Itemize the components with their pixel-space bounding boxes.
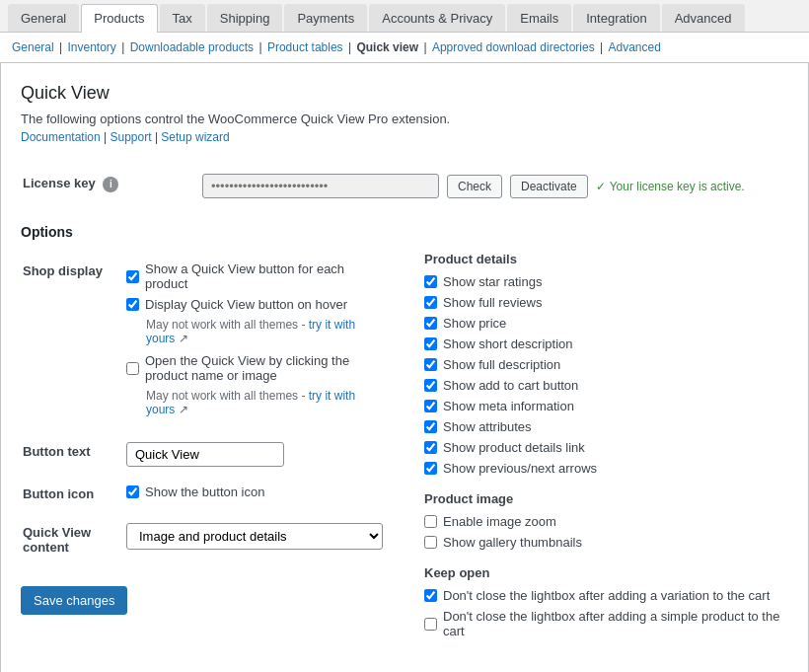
- subnav-quick-view[interactable]: Quick view: [356, 40, 418, 54]
- two-column-layout: Shop display Show a Quick View button fo…: [21, 252, 788, 654]
- deactivate-button[interactable]: Deactivate: [510, 175, 588, 198]
- subnav-approved-dirs[interactable]: Approved download directories: [432, 40, 595, 54]
- show-star-ratings-checkbox[interactable]: [424, 275, 437, 288]
- show-add-to-cart-text: Show add to cart button: [443, 378, 578, 393]
- show-full-reviews-label[interactable]: Show full reviews: [424, 295, 788, 310]
- tab-advanced[interactable]: Advanced: [662, 4, 745, 32]
- subnav-inventory[interactable]: Inventory: [68, 40, 116, 54]
- show-price-label[interactable]: Show price: [424, 316, 788, 331]
- open-by-clicking-label[interactable]: Open the Quick View by clicking the prod…: [126, 353, 383, 383]
- license-active-message: ✓ Your license key is active.: [596, 180, 745, 193]
- show-short-description-checkbox[interactable]: [424, 337, 437, 350]
- dont-close-variation-checkbox[interactable]: [424, 589, 437, 602]
- show-product-details-link-label[interactable]: Show product details link: [424, 440, 788, 455]
- show-full-reviews-checkbox[interactable]: [424, 296, 437, 309]
- setup-wizard-link[interactable]: Setup wizard: [161, 130, 229, 144]
- show-price-checkbox[interactable]: [424, 317, 437, 330]
- show-full-description-label[interactable]: Show full description: [424, 357, 788, 372]
- show-gallery-thumbnails-label[interactable]: Show gallery thumbnails: [424, 535, 788, 550]
- product-image-title: Product image: [424, 491, 788, 506]
- show-full-reviews-text: Show full reviews: [443, 295, 542, 310]
- show-button-icon-label[interactable]: Show the button icon: [126, 485, 383, 499]
- show-quick-view-button-label[interactable]: Show a Quick View button for each produc…: [126, 261, 383, 291]
- sub-nav: General | Inventory | Downloadable produ…: [0, 33, 809, 63]
- tab-bar: General Products Tax Shipping Payments A…: [0, 0, 809, 33]
- tab-integration[interactable]: Integration: [573, 4, 659, 32]
- tab-products[interactable]: Products: [81, 4, 157, 33]
- show-short-description-label[interactable]: Show short description: [424, 336, 788, 351]
- support-link[interactable]: Support: [110, 130, 152, 144]
- save-changes-button[interactable]: Save changes: [21, 586, 127, 615]
- show-button-icon-checkbox[interactable]: [126, 485, 139, 498]
- tab-payments[interactable]: Payments: [284, 4, 367, 32]
- license-row: Check Deactivate ✓ Your license key is a…: [202, 174, 786, 198]
- info-icon[interactable]: i: [103, 177, 118, 192]
- show-star-ratings-text: Show star ratings: [443, 274, 542, 289]
- open-by-clicking-text: Open the Quick View by clicking the prod…: [145, 353, 383, 383]
- dont-close-simple-label[interactable]: Don't close the lightbox after adding a …: [424, 609, 788, 638]
- dont-close-variation-label[interactable]: Don't close the lightbox after adding a …: [424, 588, 788, 603]
- button-icon-label: Button icon: [23, 477, 124, 513]
- page-links: Documentation | Support | Setup wizard: [21, 130, 788, 144]
- documentation-link[interactable]: Documentation: [21, 130, 101, 144]
- check-button[interactable]: Check: [447, 175, 502, 198]
- show-attributes-text: Show attributes: [443, 419, 532, 434]
- keep-open-group: Keep open Don't close the lightbox after…: [424, 565, 788, 638]
- show-meta-information-checkbox[interactable]: [424, 400, 437, 412]
- show-quick-view-button-checkbox[interactable]: [126, 270, 139, 283]
- show-add-to-cart-checkbox[interactable]: [424, 379, 437, 392]
- subnav-downloadable[interactable]: Downloadable products: [130, 40, 254, 54]
- show-gallery-thumbnails-checkbox[interactable]: [424, 536, 437, 549]
- display-on-hover-text: Display Quick View button on hover: [145, 297, 347, 312]
- show-add-to-cart-label[interactable]: Show add to cart button: [424, 378, 788, 393]
- show-star-ratings-label[interactable]: Show star ratings: [424, 274, 788, 289]
- enable-image-zoom-label[interactable]: Enable image zoom: [424, 514, 788, 529]
- quick-view-content-label: Quick View content: [23, 515, 124, 564]
- show-button-icon-text: Show the button icon: [145, 485, 264, 499]
- options-table: Shop display Show a Quick View button fo…: [21, 252, 385, 566]
- show-short-description-text: Show short description: [443, 336, 573, 351]
- show-quick-view-button-text: Show a Quick View button for each produc…: [145, 261, 383, 291]
- display-on-hover-label[interactable]: Display Quick View button on hover: [126, 297, 383, 312]
- checkmark-icon: ✓: [596, 180, 606, 193]
- display-on-hover-checkbox[interactable]: [126, 298, 139, 311]
- options-title: Options: [21, 224, 788, 240]
- tab-general[interactable]: General: [8, 4, 79, 32]
- license-table: License key i Check Deactivate ✓ Your li…: [21, 164, 788, 208]
- tab-tax[interactable]: Tax: [160, 4, 205, 32]
- dont-close-simple-checkbox[interactable]: [424, 618, 437, 631]
- license-key-input[interactable]: [202, 174, 439, 198]
- shop-display-label: Shop display: [23, 254, 124, 432]
- show-prev-next-arrows-label[interactable]: Show previous/next arrows: [424, 461, 788, 476]
- show-meta-information-label[interactable]: Show meta information: [424, 399, 788, 413]
- show-prev-next-arrows-checkbox[interactable]: [424, 462, 437, 475]
- show-attributes-label[interactable]: Show attributes: [424, 419, 788, 434]
- tab-shipping[interactable]: Shipping: [207, 4, 283, 32]
- show-product-details-link-checkbox[interactable]: [424, 441, 437, 454]
- enable-image-zoom-text: Enable image zoom: [443, 514, 556, 529]
- show-full-description-text: Show full description: [443, 357, 560, 372]
- keep-open-title: Keep open: [424, 565, 788, 580]
- subnav-general[interactable]: General: [12, 40, 54, 54]
- open-by-clicking-checkbox[interactable]: [126, 362, 139, 375]
- show-full-description-checkbox[interactable]: [424, 358, 437, 371]
- tab-emails[interactable]: Emails: [507, 4, 571, 32]
- enable-image-zoom-checkbox[interactable]: [424, 515, 437, 528]
- right-column: Product details Show star ratings Show f…: [424, 252, 788, 654]
- subnav-advanced[interactable]: Advanced: [608, 40, 660, 54]
- show-attributes-checkbox[interactable]: [424, 420, 437, 433]
- show-gallery-thumbnails-text: Show gallery thumbnails: [443, 535, 582, 550]
- page-title: Quick View: [21, 83, 788, 104]
- tab-accounts-privacy[interactable]: Accounts & Privacy: [369, 4, 505, 32]
- quick-view-content-select[interactable]: Image and product details Image only Pro…: [126, 523, 383, 550]
- show-product-details-link-text: Show product details link: [443, 440, 585, 455]
- show-price-text: Show price: [443, 316, 506, 331]
- show-meta-information-text: Show meta information: [443, 399, 574, 413]
- save-section: Save changes: [21, 586, 385, 615]
- hint-text-1: May not work with all themes - try it wi…: [146, 318, 383, 345]
- subnav-product-tables[interactable]: Product tables: [267, 40, 343, 54]
- button-text-label: Button text: [23, 434, 124, 475]
- button-text-input[interactable]: [126, 442, 284, 467]
- product-details-title: Product details: [424, 252, 788, 266]
- dont-close-variation-text: Don't close the lightbox after adding a …: [443, 588, 770, 603]
